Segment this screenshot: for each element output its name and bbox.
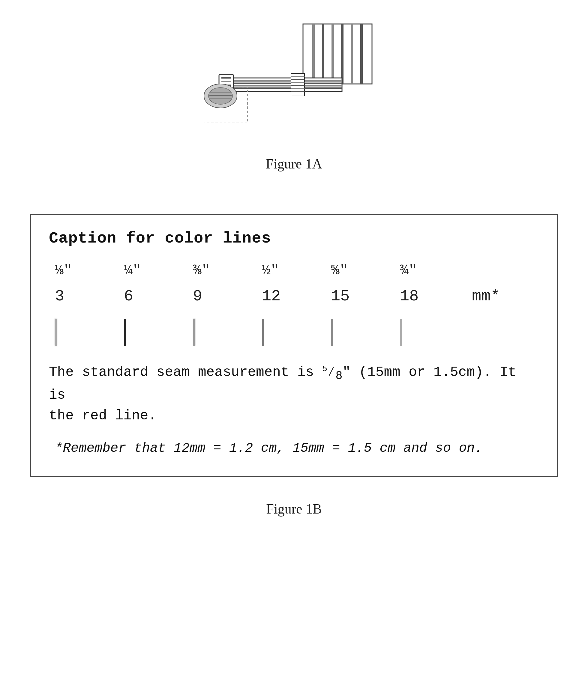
figure-1b-caption: Figure 1B xyxy=(266,501,322,517)
caption-title: Caption for color lines xyxy=(49,230,539,247)
svg-point-26 xyxy=(208,88,232,104)
mm-row: 3 6 9 12 15 18 mm* xyxy=(49,287,539,305)
seam-line-4 xyxy=(262,319,264,346)
svg-rect-7 xyxy=(228,78,342,91)
caption-box: Caption for color lines ⅛" ¼" ⅜" ½" ⅝" ¾… xyxy=(30,214,558,477)
fraction-6: ¾" xyxy=(400,262,469,279)
mm-2: 6 xyxy=(124,287,193,305)
seam-line-3 xyxy=(193,319,195,346)
mm-4: 12 xyxy=(262,287,331,305)
lines-row xyxy=(49,317,539,347)
fraction-5: ⅝" xyxy=(331,262,400,279)
fraction-2: ¼" xyxy=(124,262,193,279)
mm-5: 15 xyxy=(331,287,400,305)
figure-1a-caption: Figure 1A xyxy=(266,156,322,172)
line-cell-1 xyxy=(55,317,124,347)
technical-diagram xyxy=(189,18,399,144)
mm-6: 18 xyxy=(400,287,469,305)
standard-text: The standard seam measurement is 5⁄8" (1… xyxy=(49,362,539,426)
fraction-1: ⅛" xyxy=(55,262,124,279)
seam-line-1 xyxy=(55,319,57,346)
standard-text-1: The standard seam measurement is 5⁄8" (1… xyxy=(49,365,516,403)
line-cell-4 xyxy=(262,317,331,347)
figure-1a-section: Figure 1A xyxy=(24,18,564,196)
fraction-4: ½" xyxy=(262,262,331,279)
seam-line-5 xyxy=(331,319,333,346)
line-cell-3 xyxy=(193,317,262,347)
seam-line-2 xyxy=(124,319,126,346)
fraction-3: ⅜" xyxy=(193,262,262,279)
mm-label: mm* xyxy=(472,287,500,305)
standard-text-2: the red line. xyxy=(49,408,157,424)
line-cell-5 xyxy=(331,317,400,347)
seam-line-6 xyxy=(400,319,402,346)
mm-1: 3 xyxy=(55,287,124,305)
line-cell-6 xyxy=(400,317,469,347)
fractions-row: ⅛" ¼" ⅜" ½" ⅝" ¾" xyxy=(49,262,539,279)
line-cell-2 xyxy=(124,317,193,347)
mm-3: 9 xyxy=(193,287,262,305)
diagram-svg xyxy=(189,18,399,144)
remember-text: *Remember that 12mm = 1.2 cm, 15mm = 1.5… xyxy=(49,438,539,458)
